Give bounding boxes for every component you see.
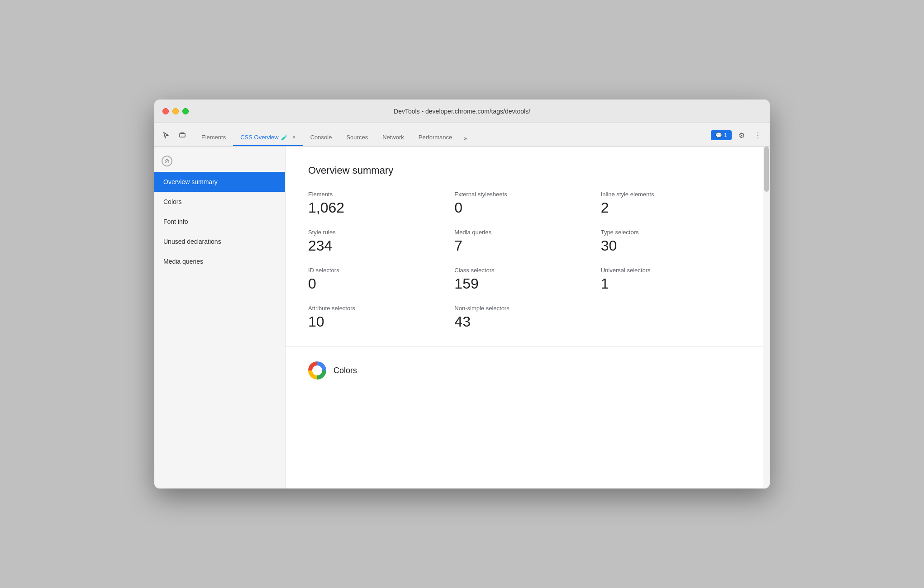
stats-grid: Elements 1,062 External stylesheets 0 In… <box>308 191 747 330</box>
stat-elements: Elements 1,062 <box>308 191 454 216</box>
tab-overflow-button[interactable]: » <box>459 131 472 146</box>
tab-performance[interactable]: Performance <box>411 130 459 146</box>
stat-attribute-selectors-value: 10 <box>308 313 454 330</box>
stat-type-selectors-label: Type selectors <box>601 229 747 236</box>
color-wheel-icon <box>308 361 326 379</box>
stat-universal-selectors-label: Universal selectors <box>601 267 747 274</box>
stat-elements-value: 1,062 <box>308 199 454 216</box>
notification-count: 1 <box>724 132 727 138</box>
tab-sources[interactable]: Sources <box>339 130 375 146</box>
cursor-icon[interactable] <box>160 129 172 142</box>
scrollbar-track[interactable] <box>763 147 770 488</box>
notification-button[interactable]: 💬 1 <box>711 130 732 140</box>
stat-non-simple-selectors-label: Non-simple selectors <box>454 305 600 312</box>
tab-elements[interactable]: Elements <box>194 130 233 146</box>
stat-media-queries: Media queries 7 <box>454 229 600 254</box>
stat-attribute-selectors-label: Attribute selectors <box>308 305 454 312</box>
tab-close-icon[interactable]: ✕ <box>292 134 296 140</box>
more-button[interactable]: ⋮ <box>752 129 764 142</box>
main-content: ⊘ Overview summary Colors Font info Unus… <box>154 147 770 488</box>
colors-section: Colors <box>286 347 770 394</box>
tab-bar: Elements CSS Overview 🧪 ✕ Console Source… <box>154 123 770 147</box>
stat-inline-style-elements: Inline style elements 2 <box>601 191 747 216</box>
window-title: DevTools - developer.chrome.com/tags/dev… <box>394 108 530 115</box>
sidebar-item-colors[interactable]: Colors <box>154 192 285 212</box>
stat-elements-label: Elements <box>308 191 454 198</box>
stat-id-selectors-value: 0 <box>308 275 454 292</box>
stat-inline-value: 2 <box>601 199 747 216</box>
stat-type-selectors-value: 30 <box>601 237 747 254</box>
overview-title: Overview summary <box>308 165 747 176</box>
toolbar-right: 💬 1 ⚙ ⋮ <box>711 129 764 146</box>
flask-icon: 🧪 <box>281 134 288 141</box>
stat-non-simple-selectors-value: 43 <box>454 313 600 330</box>
colors-header: Colors <box>308 361 747 379</box>
stat-media-queries-label: Media queries <box>454 229 600 236</box>
sidebar-item-unused-declarations[interactable]: Unused declarations <box>154 232 285 251</box>
stat-universal-selectors: Universal selectors 1 <box>601 267 747 292</box>
stat-external-stylesheets: External stylesheets 0 <box>454 191 600 216</box>
tabs-container: Elements CSS Overview 🧪 ✕ Console Source… <box>194 130 711 146</box>
block-icon: ⊘ <box>162 156 172 166</box>
notification-icon: 💬 <box>715 132 722 138</box>
maximize-button[interactable] <box>182 108 189 114</box>
stat-universal-selectors-value: 1 <box>601 275 747 292</box>
content-area: Overview summary Elements 1,062 External… <box>286 147 770 488</box>
stat-class-selectors-value: 159 <box>454 275 600 292</box>
sidebar-item-media-queries[interactable]: Media queries <box>154 251 285 271</box>
stat-inline-label: Inline style elements <box>601 191 747 198</box>
toolbar-left <box>160 129 189 146</box>
stat-external-stylesheets-value: 0 <box>454 199 600 216</box>
stat-media-queries-value: 7 <box>454 237 600 254</box>
stat-style-rules-label: Style rules <box>308 229 454 236</box>
stat-non-simple-selectors: Non-simple selectors 43 <box>454 305 600 330</box>
svg-rect-0 <box>180 133 185 137</box>
layers-icon[interactable] <box>176 129 189 142</box>
stat-class-selectors: Class selectors 159 <box>454 267 600 292</box>
stat-attribute-selectors: Attribute selectors 10 <box>308 305 454 330</box>
stat-id-selectors-label: ID selectors <box>308 267 454 274</box>
tab-console[interactable]: Console <box>303 130 339 146</box>
title-bar: DevTools - developer.chrome.com/tags/dev… <box>154 100 770 123</box>
sidebar-item-font-info[interactable]: Font info <box>154 212 285 232</box>
devtools-window: DevTools - developer.chrome.com/tags/dev… <box>154 100 770 488</box>
sidebar: ⊘ Overview summary Colors Font info Unus… <box>154 147 286 488</box>
minimize-button[interactable] <box>172 108 179 114</box>
stat-style-rules: Style rules 234 <box>308 229 454 254</box>
stat-style-rules-value: 234 <box>308 237 454 254</box>
sidebar-header: ⊘ <box>154 150 285 172</box>
scrollbar-thumb[interactable] <box>764 147 769 192</box>
stat-external-stylesheets-label: External stylesheets <box>454 191 600 198</box>
stat-class-selectors-label: Class selectors <box>454 267 600 274</box>
colors-title: Colors <box>333 366 357 375</box>
traffic-lights <box>162 108 189 114</box>
tab-network[interactable]: Network <box>375 130 411 146</box>
svg-rect-1 <box>181 133 184 133</box>
tab-css-overview[interactable]: CSS Overview 🧪 ✕ <box>233 130 303 146</box>
settings-button[interactable]: ⚙ <box>735 129 748 142</box>
close-button[interactable] <box>162 108 169 114</box>
sidebar-item-overview-summary[interactable]: Overview summary <box>154 172 285 192</box>
stat-id-selectors: ID selectors 0 <box>308 267 454 292</box>
stat-type-selectors: Type selectors 30 <box>601 229 747 254</box>
overview-section: Overview summary Elements 1,062 External… <box>286 147 770 347</box>
